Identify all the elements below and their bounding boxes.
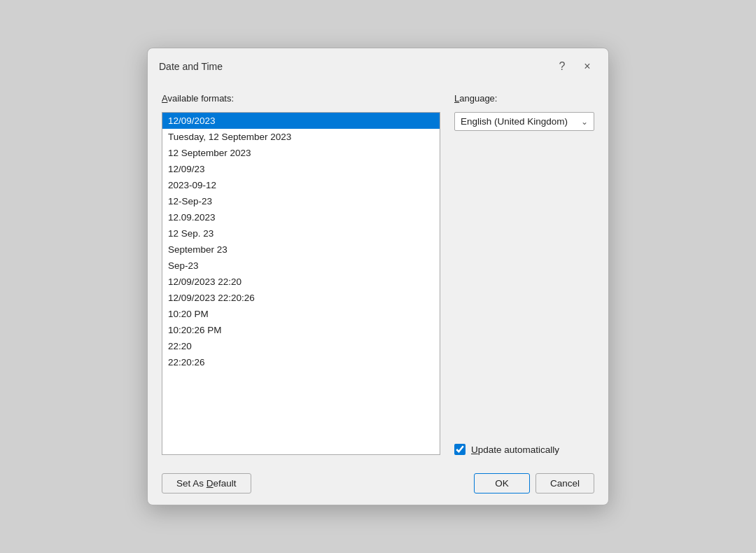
dialog-title: Date and Time xyxy=(159,61,223,72)
format-item[interactable]: September 23 xyxy=(162,241,440,258)
format-item[interactable]: 22:20 xyxy=(162,338,440,354)
close-button[interactable]: × xyxy=(578,57,597,76)
format-item[interactable]: 12/09/2023 xyxy=(162,113,440,129)
footer-left: Set As Default xyxy=(162,473,251,493)
format-item[interactable]: 22:20:26 xyxy=(162,354,440,370)
format-item[interactable]: Tuesday, 12 September 2023 xyxy=(162,129,440,145)
format-item[interactable]: 12-Sep-23 xyxy=(162,193,440,209)
dialog-footer: Set As Default OK Cancel xyxy=(148,466,608,505)
update-automatically-label[interactable]: Update automatically xyxy=(471,444,559,455)
title-bar: Date and Time ? × xyxy=(148,48,608,82)
ok-button[interactable]: OK xyxy=(474,473,530,493)
format-item[interactable]: 10:20:26 PM xyxy=(162,322,440,338)
date-and-time-dialog: Date and Time ? × Available formats: 12/… xyxy=(147,48,609,505)
language-selected: English (United Kingdom) xyxy=(461,116,568,127)
left-panel: Available formats: 12/09/2023Tuesday, 12… xyxy=(162,93,440,455)
format-item[interactable]: 2023-09-12 xyxy=(162,177,440,193)
cancel-button[interactable]: Cancel xyxy=(536,473,594,493)
chevron-down-icon: ⌄ xyxy=(581,117,588,127)
format-item[interactable]: 12 September 2023 xyxy=(162,145,440,161)
set-as-default-button[interactable]: Set As Default xyxy=(162,473,251,493)
format-item[interactable]: 12/09/23 xyxy=(162,161,440,177)
format-item[interactable]: 12.09.2023 xyxy=(162,209,440,225)
dialog-body: Available formats: 12/09/2023Tuesday, 12… xyxy=(148,82,608,466)
update-automatically-checkbox[interactable] xyxy=(454,444,465,455)
format-item[interactable]: 12 Sep. 23 xyxy=(162,225,440,241)
formats-label: Available formats: xyxy=(162,93,440,104)
format-item[interactable]: Sep-23 xyxy=(162,258,440,274)
right-panel-spacer xyxy=(454,136,594,433)
format-item[interactable]: 10:20 PM xyxy=(162,306,440,322)
formats-listbox[interactable]: 12/09/2023Tuesday, 12 September 202312 S… xyxy=(162,112,440,455)
footer-right: OK Cancel xyxy=(474,473,594,493)
help-button[interactable]: ? xyxy=(552,57,572,76)
right-panel: Language: English (United Kingdom) ⌄ Upd… xyxy=(454,93,594,455)
format-item[interactable]: 12/09/2023 22:20 xyxy=(162,274,440,290)
language-dropdown[interactable]: English (United Kingdom) ⌄ xyxy=(454,112,594,131)
update-automatically-row: Update automatically xyxy=(454,438,594,455)
language-label: Language: xyxy=(454,93,594,104)
format-item[interactable]: 12/09/2023 22:20:26 xyxy=(162,290,440,306)
title-bar-buttons: ? × xyxy=(552,57,597,76)
